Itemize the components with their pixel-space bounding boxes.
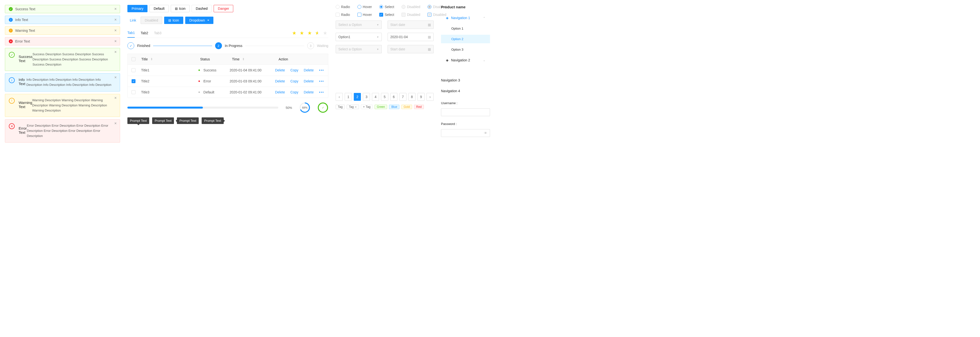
close-icon[interactable]: ✕ [114, 40, 117, 43]
close-icon[interactable]: ✕ [114, 122, 117, 125]
pag-1[interactable]: 1 [345, 93, 352, 101]
checkbox-all[interactable] [132, 57, 135, 61]
alert-info: i Info Text ✕ [5, 16, 120, 24]
alert-description: Info Description Info Description Info D… [27, 77, 116, 87]
nav-item-4[interactable]: Navigation 4 [441, 87, 490, 95]
status-dot-icon [199, 81, 200, 82]
delete-link[interactable]: Delete [275, 68, 285, 72]
primary-button[interactable]: Primary [127, 5, 148, 12]
pag-prev[interactable]: ‹ [336, 93, 343, 101]
nav-option-1[interactable]: Option 1 [441, 24, 490, 33]
close-icon[interactable]: ✕ [114, 76, 117, 79]
tag-closable[interactable]: Tag✕ [347, 104, 359, 109]
radio-default[interactable]: Radio [336, 5, 350, 9]
col-title: Title [142, 57, 148, 61]
step-line [153, 46, 212, 46]
more-icon[interactable]: ••• [319, 90, 324, 94]
pag-8[interactable]: 8 [409, 93, 415, 101]
checkbox-hover[interactable]: Hover [358, 13, 372, 17]
more-icon[interactable]: ••• [319, 79, 324, 83]
status-dot-icon [199, 92, 200, 93]
nav-item-1[interactable]: ◈Navigation 1⌃ [441, 13, 490, 22]
form-column: Radio Hover Select Disabled Disabled Rad… [336, 5, 434, 142]
copy-link[interactable]: Copy [290, 90, 298, 94]
icon-button[interactable]: ▤Icon [171, 5, 189, 12]
close-icon[interactable]: ✕ [355, 106, 357, 108]
close-icon[interactable]: ✕ [114, 18, 117, 22]
error-icon: ✕ [9, 123, 15, 129]
pag-next[interactable]: › [426, 93, 434, 101]
row-checkbox[interactable] [132, 90, 135, 94]
tooltip: Prompt Text [177, 117, 199, 124]
eye-icon[interactable]: 👁 [484, 131, 487, 135]
close-icon[interactable]: ✕ [114, 28, 117, 32]
nav-item-2[interactable]: ◈Navigation 2⌄ [441, 56, 490, 65]
pag-9[interactable]: 9 [417, 93, 425, 101]
icon-button-primary[interactable]: ▤Icon [164, 17, 183, 24]
check-icon: ✓ [318, 102, 328, 113]
cell-title: Title1 [141, 68, 199, 72]
tag-add[interactable]: + Tag [361, 104, 373, 109]
password-input[interactable]: 👁 [441, 129, 490, 137]
progress-fill [127, 107, 203, 109]
alerts-column: ✓ Success Text ✕ i Info Text ✕ ! Warning… [5, 5, 120, 142]
progress-circle: 68% [299, 102, 310, 113]
nav-item-3[interactable]: Navigation 3 [441, 76, 490, 85]
row-checkbox[interactable] [132, 68, 135, 72]
link-button[interactable]: Link [127, 17, 139, 24]
date-placeholder[interactable]: Start date▦ [388, 21, 434, 29]
tooltip: Prompt Text [202, 117, 223, 124]
select-placeholder[interactable]: Select a Option▼ [336, 45, 382, 53]
tab-2[interactable]: Tab2 [141, 28, 148, 37]
pag-3[interactable]: 3 [363, 93, 370, 101]
copy-link[interactable]: Copy [290, 79, 298, 83]
tag-green[interactable]: Green [375, 104, 387, 109]
delete-link[interactable]: Delete [304, 79, 313, 83]
checkbox-default[interactable]: Radio [336, 13, 350, 17]
row-checkbox[interactable]: ✓ [132, 79, 135, 83]
file-icon: ▤ [175, 7, 178, 10]
delete-link[interactable]: Delete [304, 90, 313, 94]
tabs: Tab1 Tab2 Tab3 ★ ★ ★ ★★ ★ [127, 28, 328, 38]
alert-text: Info Text [15, 18, 28, 22]
nav-option-3[interactable]: Option 3 [441, 45, 490, 54]
tag-default[interactable]: Tag [336, 104, 345, 109]
radio-hover[interactable]: Hover [358, 5, 372, 9]
tab-1[interactable]: Tab1 [127, 28, 135, 38]
copy-link[interactable]: Copy [290, 68, 298, 72]
radio-selected[interactable]: Select [379, 5, 394, 9]
tag-blue[interactable]: Blue [389, 104, 399, 109]
danger-button[interactable]: Danger [214, 5, 233, 12]
pagination: ‹ 1 2 3 4 5 6 7 8 9 › [336, 93, 434, 101]
date-value[interactable]: 2020-01-04▦ [388, 33, 434, 41]
nav-option-2[interactable]: Option 2 [441, 35, 490, 43]
delete-link[interactable]: Delete [304, 68, 313, 72]
sort-icon[interactable]: ▲▼ [243, 58, 245, 61]
pag-7[interactable]: 7 [399, 93, 406, 101]
delete-link[interactable]: Delete [275, 90, 285, 94]
checkbox-selected[interactable]: ✓Select [379, 13, 394, 17]
dashed-button[interactable]: Dashed [192, 5, 212, 12]
username-input[interactable] [441, 108, 490, 116]
pag-2[interactable]: 2 [354, 93, 361, 101]
tag-gold[interactable]: Gold [401, 104, 412, 109]
date-placeholder[interactable]: Start date▦ [388, 45, 434, 53]
select-placeholder[interactable]: Select a Option▼ [336, 21, 382, 29]
dropdown-button[interactable]: Dropdown [185, 17, 214, 24]
pag-5[interactable]: 5 [381, 93, 388, 101]
pag-6[interactable]: 6 [390, 93, 398, 101]
select-value[interactable]: Option1▼ [336, 33, 382, 41]
alert-title: Info Text [19, 78, 27, 86]
close-icon[interactable]: ✕ [114, 7, 117, 11]
more-icon[interactable]: ••• [319, 68, 324, 72]
default-button[interactable]: Default [150, 5, 169, 12]
close-icon[interactable]: ✕ [114, 50, 117, 54]
tag-red[interactable]: Red [414, 104, 424, 109]
delete-link[interactable]: Delete [275, 79, 285, 83]
step-3-label: Waiting [317, 44, 328, 48]
table-row: Title3 Default 2020-01-02 09:41:00 Delet… [128, 87, 328, 98]
rate[interactable]: ★ ★ ★ ★★ ★ [292, 30, 328, 36]
close-icon[interactable]: ✕ [114, 96, 117, 100]
pag-4[interactable]: 4 [372, 93, 379, 101]
sort-icon[interactable]: ▲▼ [151, 58, 153, 61]
